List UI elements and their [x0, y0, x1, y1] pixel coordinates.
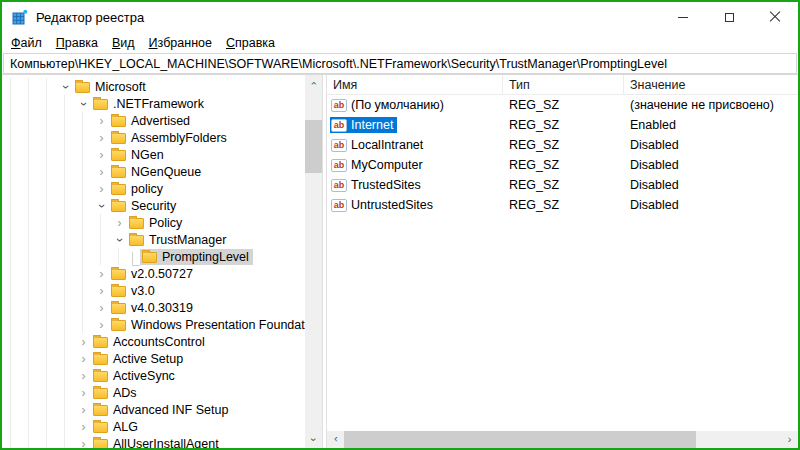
tree-item-v3.0[interactable]: ›v3.0 [2, 282, 305, 299]
value-name-cell[interactable]: abInternet [330, 117, 397, 133]
list-horizontal-scrollbar[interactable]: › › [327, 431, 798, 448]
folder-icon [111, 150, 126, 161]
tree: ›Microsoft›.NETFramework›Advertised›Asse… [2, 75, 305, 448]
tree-item-.netframework[interactable]: ›.NETFramework [2, 95, 305, 112]
scroll-track[interactable] [305, 92, 322, 120]
menu-edit[interactable]: Правка [49, 34, 105, 52]
folder-icon [93, 405, 108, 416]
list-row-(по умолчанию)[interactable]: ab(По умолчанию)REG_SZ(значение не присв… [327, 95, 798, 115]
chevron-right-icon[interactable]: › [94, 285, 109, 297]
chevron-right-icon[interactable]: › [76, 438, 91, 449]
tree-item-microsoft[interactable]: ›Microsoft [2, 78, 305, 95]
value-name-cell[interactable]: abMyComputer [330, 157, 427, 173]
chevron-right-icon[interactable]: › [94, 183, 109, 195]
chevron-right-icon[interactable]: › [76, 387, 91, 399]
tree-pane: ›Microsoft›.NETFramework›Advertised›Asse… [2, 75, 323, 448]
chevron-right-icon[interactable]: › [76, 421, 91, 433]
chevron-right-icon[interactable]: › [94, 319, 109, 331]
string-value-icon: ab [331, 159, 347, 172]
column-header-value[interactable]: Значение [624, 75, 798, 94]
chevron-right-icon[interactable]: › [94, 302, 109, 314]
scroll-track[interactable] [305, 173, 322, 431]
minimize-button[interactable] [660, 2, 706, 32]
menu-view[interactable]: Вид [105, 34, 142, 52]
folder-icon [142, 252, 157, 263]
chevron-right-icon[interactable]: › [76, 370, 91, 382]
chevron-right-icon[interactable]: › [76, 353, 91, 365]
chevron-right-icon[interactable]: › [94, 115, 109, 127]
chevron-right-icon[interactable]: › [94, 132, 109, 144]
tree-item-active-setup[interactable]: ›Active Setup [2, 350, 305, 367]
tree-item-ads[interactable]: ›ADs [2, 384, 305, 401]
scroll-thumb[interactable] [305, 120, 322, 173]
folder-icon [93, 354, 108, 365]
tree-item-alluserinstallagent[interactable]: ›AllUserInstallAgent [2, 435, 305, 448]
scroll-track[interactable] [696, 431, 781, 448]
tree-item-label: AllUserInstallAgent [113, 437, 219, 449]
maximize-button[interactable] [706, 2, 752, 32]
value-name-cell[interactable]: abTrustedSites [330, 177, 425, 193]
tree-item-promptinglevel[interactable]: PromptingLevel [2, 248, 305, 265]
menu-file[interactable]: Файл [4, 34, 49, 52]
value-pane: Имя Тип Значение ab(По умолчанию)REG_SZ(… [326, 75, 798, 448]
scroll-right-arrow-icon[interactable]: › [781, 431, 798, 448]
tree-item-alg[interactable]: ›ALG [2, 418, 305, 435]
chevron-right-icon[interactable]: › [94, 149, 109, 161]
chevron-down-icon[interactable]: › [60, 79, 72, 94]
scroll-thumb[interactable] [344, 431, 696, 448]
maximize-icon [725, 13, 734, 22]
scroll-down-arrow-icon[interactable]: › [305, 431, 322, 448]
close-button[interactable] [752, 2, 798, 32]
tree-item-accountscontrol[interactable]: ›AccountsControl [2, 333, 305, 350]
chevron-right-icon[interactable]: › [76, 404, 91, 416]
folder-icon [93, 337, 108, 348]
tree-item-label: v2.0.50727 [131, 267, 193, 281]
chevron-right-icon[interactable]: › [112, 217, 127, 229]
list-row-trustedsites[interactable]: abTrustedSitesREG_SZDisabled [327, 175, 798, 195]
list-row-localintranet[interactable]: abLocalIntranetREG_SZDisabled [327, 135, 798, 155]
window-title: Редактор реестра [36, 10, 144, 25]
value-data: Disabled [624, 198, 798, 212]
tree-item-advanced-inf-setup[interactable]: ›Advanced INF Setup [2, 401, 305, 418]
column-header-type[interactable]: Тип [503, 75, 624, 94]
list-row-mycomputer[interactable]: abMyComputerREG_SZDisabled [327, 155, 798, 175]
chevron-right-icon[interactable]: › [76, 336, 91, 348]
tree-item-advertised[interactable]: ›Advertised [2, 112, 305, 129]
string-value-icon: ab [331, 99, 347, 112]
tree-item-label: Advanced INF Setup [113, 403, 228, 417]
folder-icon [93, 422, 108, 433]
tree-item-assemblyfolders[interactable]: ›AssemblyFolders [2, 129, 305, 146]
tree-item-policy[interactable]: ›policy [2, 180, 305, 197]
scroll-left-arrow-icon[interactable]: › [327, 431, 344, 448]
chevron-right-icon[interactable]: › [94, 268, 109, 280]
tree-item-v4.0.30319[interactable]: ›v4.0.30319 [2, 299, 305, 316]
list-row-untrustedsites[interactable]: abUntrustedSitesREG_SZDisabled [327, 195, 798, 215]
tree-item-v2.0.50727[interactable]: ›v2.0.50727 [2, 265, 305, 282]
tree-item-label: PromptingLevel [162, 250, 249, 264]
tree-item-ngenqueue[interactable]: ›NGenQueue [2, 163, 305, 180]
value-name-cell[interactable]: abUntrustedSites [330, 197, 437, 213]
scroll-up-arrow-icon[interactable]: › [305, 75, 322, 92]
tree-item-trustmanager[interactable]: ›TrustManager [2, 231, 305, 248]
value-name-cell[interactable]: ab(По умолчанию) [330, 97, 448, 113]
list-row-internet[interactable]: abInternetREG_SZEnabled [327, 115, 798, 135]
chevron-down-icon[interactable]: › [114, 232, 126, 247]
address-bar[interactable]: Компьютер\HKEY_LOCAL_MACHINE\SOFTWARE\Mi… [3, 53, 797, 74]
menu-help[interactable]: Справка [219, 34, 282, 52]
tree-item-activesync[interactable]: ›ActiveSync [2, 367, 305, 384]
chevron-down-icon[interactable]: › [78, 96, 90, 111]
tree-item-ngen[interactable]: ›NGen [2, 146, 305, 163]
menu-favorites[interactable]: Избранное [142, 34, 219, 52]
value-type: REG_SZ [503, 118, 624, 132]
value-name-cell[interactable]: abLocalIntranet [330, 137, 427, 153]
tree-vertical-scrollbar[interactable]: › › [305, 75, 322, 448]
tree-item-windows-presentation-foundation[interactable]: ›Windows Presentation Foundation [2, 316, 305, 333]
column-header-name[interactable]: Имя [327, 75, 503, 94]
tree-item-security[interactable]: ›Security [2, 197, 305, 214]
folder-icon [111, 286, 126, 297]
tree-item-policy[interactable]: ›Policy [2, 214, 305, 231]
chevron-right-icon[interactable]: › [94, 166, 109, 178]
tree-item-label: TrustManager [149, 233, 226, 247]
string-value-icon: ab [331, 179, 347, 192]
chevron-down-icon[interactable]: › [96, 198, 108, 213]
